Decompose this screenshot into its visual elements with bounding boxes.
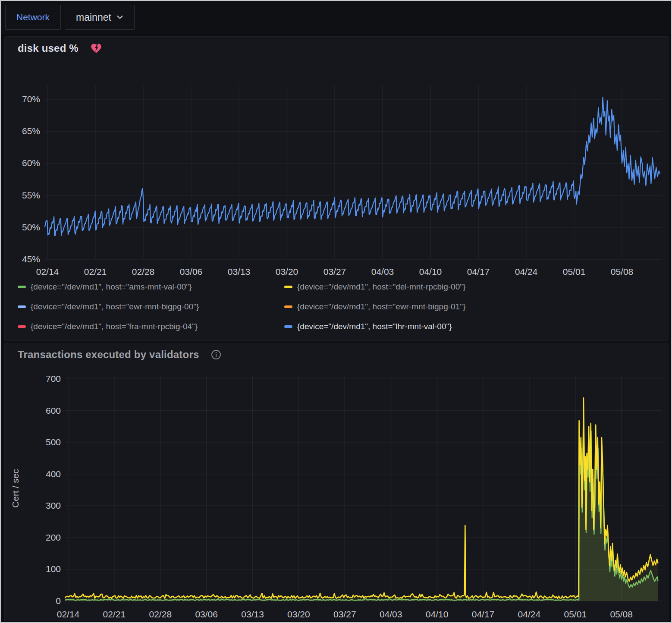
svg-text:700: 700: [46, 374, 61, 384]
legend-item[interactable]: {device="/dev/md1", host="fra-mnt-rpcbig…: [18, 319, 276, 334]
svg-text:03/13: 03/13: [228, 267, 251, 277]
svg-text:04/17: 04/17: [467, 267, 490, 277]
svg-text:65%: 65%: [22, 126, 40, 136]
svg-text:05/01: 05/01: [563, 267, 586, 277]
svg-text:50%: 50%: [22, 222, 40, 232]
legend-swatch: [18, 286, 26, 288]
svg-text:70%: 70%: [22, 94, 40, 104]
svg-text:05/08: 05/08: [611, 267, 634, 277]
info-icon[interactable]: [211, 349, 221, 360]
transactions-chart[interactable]: 010020030040050060070002/1402/2102/2803/…: [5, 369, 669, 622]
svg-text:03/20: 03/20: [287, 609, 310, 619]
svg-text:04/10: 04/10: [426, 609, 449, 619]
svg-text:04/10: 04/10: [419, 267, 442, 277]
svg-text:100: 100: [46, 564, 61, 574]
legend-label: {device="/dev/md1", host="lhr-mnt-val-00…: [297, 322, 452, 331]
svg-text:300: 300: [46, 500, 61, 510]
panel-transactions: Transactions executed by validators 0100…: [4, 343, 669, 621]
broken-heart-icon: [90, 42, 102, 54]
svg-text:05/01: 05/01: [564, 609, 587, 619]
svg-text:04/03: 04/03: [380, 609, 402, 619]
legend-item[interactable]: {device="/dev/md1", host="del-mnt-rpcbig…: [284, 280, 660, 294]
svg-text:02/21: 02/21: [84, 267, 107, 277]
svg-text:04/24: 04/24: [518, 609, 541, 619]
svg-text:04/17: 04/17: [472, 609, 495, 619]
legend-swatch: [18, 305, 26, 308]
svg-text:400: 400: [46, 469, 61, 479]
svg-text:02/28: 02/28: [149, 609, 172, 619]
legend-swatch: [18, 325, 26, 328]
disk-used-chart[interactable]: 45%50%55%60%65%70%02/1402/2102/2803/0603…: [5, 80, 669, 280]
network-dropdown[interactable]: mainnet: [65, 5, 135, 30]
legend-item[interactable]: {device="/dev/md1", host="ewr-mnt-bigpg-…: [284, 299, 660, 314]
svg-text:03/06: 03/06: [195, 609, 218, 619]
svg-text:05/08: 05/08: [610, 609, 633, 619]
svg-text:55%: 55%: [22, 190, 40, 200]
svg-text:02/28: 02/28: [132, 267, 155, 277]
svg-text:03/20: 03/20: [276, 267, 298, 277]
svg-text:02/14: 02/14: [36, 267, 59, 277]
svg-text:Cert / sec: Cert / sec: [10, 469, 20, 508]
svg-text:04/24: 04/24: [515, 267, 538, 277]
svg-text:200: 200: [46, 532, 61, 542]
chart-legend: {device="/dev/md1", host="ams-mnt-val-00…: [18, 280, 660, 334]
svg-text:45%: 45%: [22, 254, 40, 264]
legend-item[interactable]: {device="/dev/md1", host="lhr-mnt-val-00…: [284, 319, 660, 334]
panel-title: disk used %: [18, 42, 79, 54]
svg-text:02/21: 02/21: [103, 609, 126, 619]
dashboard-toolbar: Network mainnet: [1, 1, 671, 34]
svg-text:60%: 60%: [22, 158, 40, 168]
panel-transactions-header: Transactions executed by validators: [5, 343, 668, 361]
legend-swatch: [284, 305, 292, 308]
legend-label: {device="/dev/md1", host="ewr-mnt-bigpg-…: [31, 302, 199, 312]
network-dropdown-value: mainnet: [76, 12, 111, 23]
panel-title: Transactions executed by validators: [18, 349, 199, 361]
network-label: Network: [16, 12, 50, 22]
legend-label: {device="/dev/md1", host="ams-mnt-val-00…: [31, 282, 192, 292]
svg-text:03/27: 03/27: [323, 267, 346, 277]
legend-swatch: [284, 325, 292, 328]
svg-text:0: 0: [56, 596, 61, 606]
svg-text:02/14: 02/14: [57, 609, 80, 619]
panel-disk-used-header: disk used %: [5, 37, 668, 54]
svg-text:04/03: 04/03: [371, 267, 394, 277]
panel-disk-used: disk used % 45%50%55%60%65%70%02/1402/21…: [4, 36, 669, 341]
legend-label: {device="/dev/md1", host="del-mnt-rpcbig…: [297, 282, 465, 292]
svg-text:600: 600: [46, 406, 61, 415]
legend-item[interactable]: {device="/dev/md1", host="ewr-mnt-bigpg-…: [18, 299, 276, 314]
legend-item[interactable]: {device="/dev/md1", host="ams-mnt-val-00…: [18, 280, 276, 294]
svg-text:03/13: 03/13: [241, 609, 264, 619]
legend-label: {device="/dev/md1", host="fra-mnt-rpcbig…: [31, 322, 198, 331]
network-variable-label: Network: [5, 5, 61, 30]
svg-text:500: 500: [46, 437, 61, 447]
legend-label: {device="/dev/md1", host="ewr-mnt-bigpg-…: [297, 302, 465, 312]
svg-text:03/27: 03/27: [333, 609, 356, 619]
chevron-down-icon: [116, 15, 123, 19]
svg-text:03/06: 03/06: [180, 267, 203, 277]
legend-swatch: [284, 286, 292, 288]
